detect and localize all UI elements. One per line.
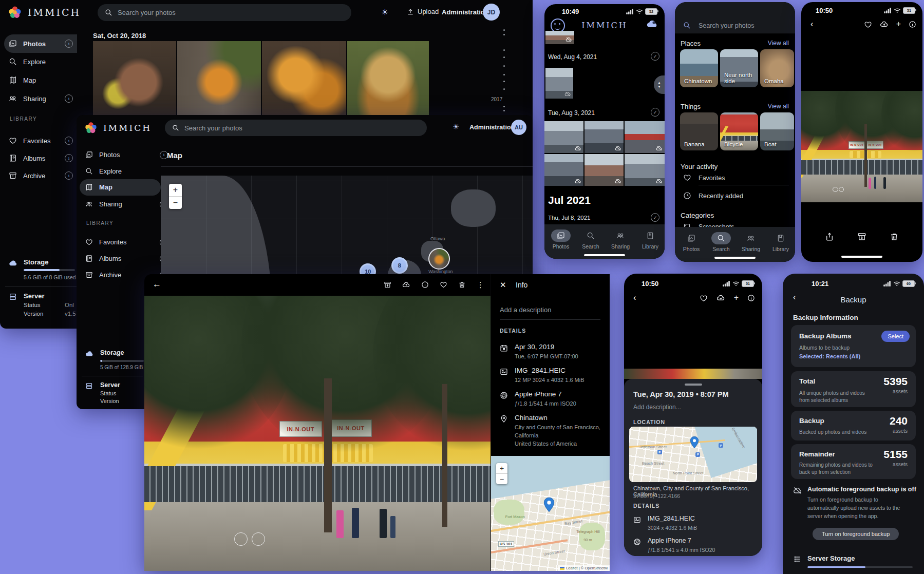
photo-thumbnail[interactable] bbox=[544, 121, 583, 153]
upload-button[interactable]: Upload bbox=[407, 8, 439, 15]
select-day-checkbox[interactable]: ✓ bbox=[651, 213, 659, 222]
things-view-all-link[interactable]: View all bbox=[768, 103, 789, 110]
zoom-out-button[interactable]: − bbox=[496, 473, 507, 484]
app-logo[interactable]: IMMICH bbox=[7, 5, 81, 20]
info-icon[interactable] bbox=[747, 294, 755, 302]
select-day-checkbox[interactable]: ✓ bbox=[651, 108, 659, 117]
cloud-upload-icon[interactable] bbox=[880, 21, 889, 28]
sidebar-item-explore[interactable]: Explore bbox=[85, 167, 122, 175]
zoom-in-button[interactable]: + bbox=[169, 184, 182, 196]
sheet-drag-handle[interactable] bbox=[685, 384, 702, 386]
photo-thumbnail[interactable] bbox=[625, 121, 665, 153]
cloud-check-icon[interactable] bbox=[716, 294, 725, 301]
photo-thumbnail[interactable] bbox=[262, 41, 346, 116]
sidebar-item-explore[interactable]: Explore bbox=[9, 58, 46, 66]
photo-thumbnail[interactable] bbox=[545, 31, 574, 44]
sidebar-item-photos[interactable]: Photos i bbox=[85, 151, 120, 159]
thing-card[interactable]: Banana bbox=[680, 112, 718, 150]
photo-thumbnail[interactable] bbox=[584, 154, 624, 186]
home-indicator[interactable] bbox=[584, 254, 625, 256]
info-icon[interactable]: i bbox=[65, 171, 73, 180]
detail-row-location[interactable]: Chinatown City and County of San Francis… bbox=[500, 414, 602, 448]
place-card[interactable]: Chinatown bbox=[680, 49, 718, 87]
administration-link[interactable]: Administration bbox=[442, 8, 489, 16]
description-input[interactable]: Add a description bbox=[500, 306, 551, 314]
sidebar-item-map[interactable]: Map bbox=[85, 183, 112, 191]
user-avatar[interactable]: AU bbox=[511, 120, 526, 135]
location-map[interactable]: The Embarcadero Jefferson Street Beach S… bbox=[629, 427, 757, 482]
turn-on-backup-button[interactable]: Turn on foreground backup bbox=[813, 528, 899, 540]
map-attribution[interactable]: Leaflet | © OpenStreetM bbox=[558, 565, 610, 571]
share-icon[interactable] bbox=[825, 232, 834, 241]
sidebar-item-photos[interactable]: Photos i bbox=[9, 40, 73, 48]
archive-icon[interactable] bbox=[857, 232, 866, 241]
photo-thumbnail[interactable] bbox=[347, 41, 429, 116]
nav-item-library[interactable]: Library bbox=[635, 229, 665, 250]
download-icon[interactable] bbox=[384, 281, 391, 289]
photo-thumbnail[interactable] bbox=[93, 41, 176, 116]
map-photo-marker[interactable] bbox=[428, 248, 450, 270]
search-input[interactable]: Search your photos bbox=[98, 4, 351, 21]
more-options-icon[interactable]: ⋮ bbox=[477, 281, 484, 289]
search-input[interactable]: Search your photos bbox=[699, 22, 754, 29]
favorites-row[interactable] bbox=[683, 174, 691, 182]
location-map[interactable]: Fort Mason Bay Street Union Street Teleg… bbox=[491, 456, 610, 571]
sidebar-item-sharing[interactable]: Sharing i bbox=[85, 200, 122, 208]
places-view-all-link[interactable]: View all bbox=[768, 40, 789, 47]
plus-icon[interactable]: + bbox=[734, 294, 739, 302]
thing-card[interactable]: Boat bbox=[760, 112, 794, 150]
info-icon[interactable]: i bbox=[65, 154, 73, 162]
trash-icon[interactable] bbox=[890, 232, 899, 241]
sidebar-item-map[interactable]: Map bbox=[9, 76, 36, 84]
sidebar-item-archive[interactable]: Archive i bbox=[85, 271, 121, 279]
nav-item-search[interactable]: Search bbox=[576, 229, 606, 250]
map-zoom-control[interactable]: + − bbox=[496, 463, 507, 484]
nav-item-search[interactable]: Search bbox=[706, 232, 736, 252]
info-icon[interactable]: i bbox=[65, 40, 73, 48]
info-icon[interactable]: i bbox=[65, 137, 73, 145]
map-cluster-marker[interactable]: 8 bbox=[391, 257, 408, 274]
select-albums-button[interactable]: Select bbox=[881, 331, 910, 342]
search-input[interactable]: Search your photos bbox=[165, 120, 427, 136]
profile-avatar-icon[interactable] bbox=[646, 18, 658, 29]
nav-item-sharing[interactable]: Sharing bbox=[606, 229, 635, 250]
trash-icon[interactable] bbox=[458, 281, 466, 289]
plus-icon[interactable]: + bbox=[896, 21, 901, 29]
detail-bottom-sheet[interactable]: Tue, Apr 30, 2019 • 8:07 PM Add descript… bbox=[624, 379, 762, 556]
sidebar-item-albums[interactable]: Albums i bbox=[85, 255, 121, 262]
sidebar-item-archive[interactable]: Archive i bbox=[9, 171, 73, 180]
description-input[interactable]: Add description... bbox=[633, 404, 681, 411]
nav-item-photos[interactable]: Photos bbox=[546, 229, 576, 250]
place-card[interactable]: Near north side bbox=[720, 49, 758, 87]
timeline-scrubber-handle[interactable]: ▲▼ bbox=[654, 75, 665, 94]
info-icon[interactable] bbox=[421, 281, 429, 289]
administration-link[interactable]: Administration bbox=[469, 124, 515, 131]
theme-toggle-button[interactable]: ☀ bbox=[452, 122, 459, 131]
recently-added-row[interactable] bbox=[683, 192, 691, 200]
home-indicator[interactable] bbox=[841, 256, 882, 258]
thing-card[interactable]: Bicycle bbox=[720, 112, 758, 150]
photo-thumbnail[interactable] bbox=[177, 41, 261, 116]
zoom-in-button[interactable]: + bbox=[496, 463, 507, 473]
sidebar-item-sharing[interactable]: Sharing i bbox=[9, 94, 73, 103]
recently-added-label[interactable]: Recently added bbox=[699, 193, 743, 200]
heart-icon[interactable] bbox=[700, 294, 708, 302]
close-info-button[interactable]: ✕ bbox=[500, 280, 506, 290]
photo-thumbnail[interactable] bbox=[545, 68, 573, 99]
info-icon[interactable] bbox=[909, 21, 916, 28]
nav-item-sharing[interactable]: Sharing bbox=[736, 232, 766, 252]
photo-thumbnail[interactable] bbox=[584, 121, 624, 153]
info-icon[interactable]: i bbox=[65, 94, 73, 103]
map-zoom-control[interactable]: + − bbox=[169, 184, 182, 209]
back-button[interactable]: ‹ bbox=[633, 293, 636, 302]
nav-item-library[interactable]: Library bbox=[766, 232, 795, 252]
asset-photo-strip[interactable] bbox=[624, 369, 762, 379]
place-card[interactable]: Omaha bbox=[760, 49, 794, 87]
heart-icon[interactable] bbox=[864, 21, 872, 29]
app-logo[interactable]: IMMICH bbox=[84, 121, 152, 135]
cloud-icon[interactable] bbox=[402, 281, 410, 289]
favorites-label[interactable]: Favorites bbox=[699, 175, 725, 182]
sidebar-item-albums[interactable]: Albums i bbox=[9, 154, 73, 162]
sidebar-item-favorites[interactable]: Favorites i bbox=[9, 137, 73, 145]
user-avatar[interactable]: JD bbox=[483, 4, 500, 21]
